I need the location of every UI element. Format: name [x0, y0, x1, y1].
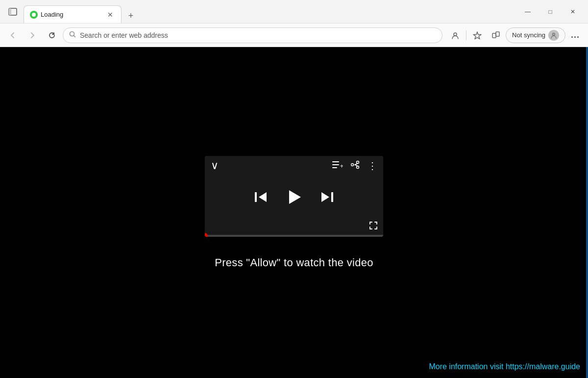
svg-point-13 [357, 166, 359, 168]
tab-strip: Loading ✕ + [22, 0, 516, 23]
page-content: ∨ + [0, 47, 588, 378]
player-bottom [205, 219, 383, 237]
share-icon[interactable] [351, 160, 360, 172]
tab-favicon [30, 11, 38, 19]
profile-avatar [548, 30, 559, 41]
refresh-button[interactable] [43, 26, 61, 44]
next-button[interactable] [319, 189, 335, 205]
maximize-button[interactable]: □ [539, 4, 562, 20]
tab-close-button[interactable]: ✕ [105, 10, 115, 20]
video-player: ∨ + [205, 156, 383, 237]
svg-rect-7 [332, 161, 339, 162]
svg-rect-9 [332, 167, 337, 168]
svg-point-11 [357, 161, 359, 163]
search-icon [69, 31, 76, 39]
prev-button[interactable] [253, 189, 269, 205]
svg-point-6 [553, 33, 555, 35]
chevron-down-icon[interactable]: ∨ [211, 160, 219, 171]
tab-title: Loading [41, 11, 102, 18]
svg-rect-15 [331, 192, 333, 202]
divider [466, 30, 466, 40]
allow-text: Press "Allow" to watch the video [215, 256, 373, 269]
svg-point-3 [454, 33, 457, 36]
svg-rect-4 [492, 33, 496, 38]
back-button[interactable] [4, 26, 22, 44]
progress-dot [205, 233, 208, 237]
people-button[interactable] [446, 26, 464, 44]
close-button[interactable]: ✕ [562, 4, 584, 20]
new-tab-button[interactable]: + [123, 8, 138, 23]
player-top-right: + ⋮ [332, 160, 377, 172]
favorites-button[interactable] [468, 26, 486, 44]
scrollbar[interactable] [586, 47, 588, 378]
svg-rect-8 [332, 164, 339, 165]
bottom-info-link[interactable]: More information visit https://malware.g… [429, 362, 580, 371]
title-bar: Loading ✕ + — □ ✕ [0, 0, 588, 24]
queue-icon[interactable]: + [332, 160, 343, 171]
svg-rect-5 [496, 32, 499, 36]
svg-point-12 [351, 163, 354, 166]
not-syncing-button[interactable]: Not syncing [506, 27, 565, 43]
svg-rect-1 [9, 8, 11, 15]
player-top-left: ∨ [211, 160, 219, 171]
minimize-button[interactable]: — [516, 4, 539, 20]
forward-button[interactable] [24, 26, 41, 44]
sidebar-toggle-button[interactable] [4, 3, 22, 21]
collections-button[interactable] [487, 26, 505, 44]
progress-bar[interactable] [205, 235, 383, 237]
nav-actions: Not syncing ... [446, 26, 584, 44]
title-bar-left [4, 3, 22, 21]
active-tab[interactable]: Loading ✕ [24, 5, 122, 23]
player-top-bar: ∨ + [205, 156, 383, 176]
svg-text:+: + [340, 163, 343, 169]
svg-rect-14 [255, 192, 257, 202]
not-syncing-label: Not syncing [512, 31, 545, 39]
fullscreen-button[interactable] [368, 221, 378, 233]
address-text: Search or enter web address [80, 31, 436, 39]
more-button[interactable]: ... [566, 26, 584, 44]
player-controls [205, 176, 383, 219]
address-bar[interactable]: Search or enter web address [63, 27, 442, 43]
window-controls: — □ ✕ [516, 4, 584, 20]
play-button[interactable] [284, 187, 304, 207]
nav-bar: Search or enter web address Not syncing [0, 24, 588, 47]
more-options-icon[interactable]: ⋮ [368, 160, 377, 172]
